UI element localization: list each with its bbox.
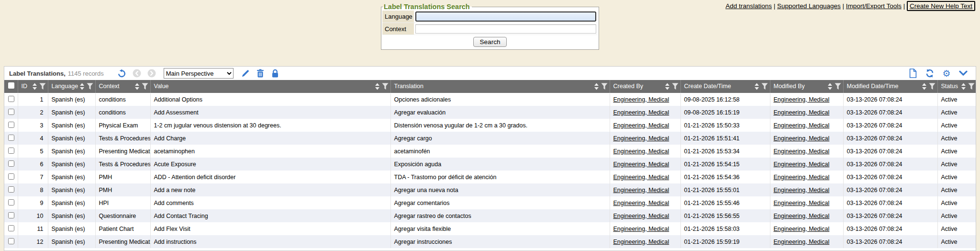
sort-icon[interactable] [32, 83, 37, 90]
filter-icon[interactable] [835, 83, 841, 90]
created-by-link[interactable]: Engineering, Medical [613, 161, 669, 168]
nav-link-add-translations[interactable]: Add translations [725, 2, 772, 10]
created-by-link[interactable]: Engineering, Medical [613, 226, 669, 232]
sort-icon[interactable] [827, 83, 833, 90]
column-header-translation[interactable]: Translation [390, 80, 610, 93]
row-checkbox[interactable] [8, 225, 14, 231]
modified-by-link[interactable]: Engineering, Medical [774, 226, 830, 232]
column-header-language[interactable]: Language [48, 80, 95, 93]
delete-trash-icon[interactable] [256, 68, 265, 78]
modified-by-link[interactable]: Engineering, Medical [774, 135, 830, 142]
column-header-status[interactable]: Status [937, 80, 976, 93]
column-header-create-date-time[interactable]: Create Date/Time [680, 80, 770, 93]
table-row[interactable]: 2 Spanish (es) conditions Add Assessment… [4, 106, 976, 119]
row-checkbox[interactable] [8, 148, 14, 154]
modified-by-link[interactable]: Engineering, Medical [774, 239, 830, 245]
row-checkbox[interactable] [8, 186, 14, 193]
context-input[interactable] [415, 24, 596, 34]
collapse-chevron-icon[interactable] [958, 68, 968, 78]
filter-icon[interactable] [87, 83, 93, 90]
row-checkbox[interactable] [8, 135, 14, 141]
created-by-link[interactable]: Engineering, Medical [613, 96, 669, 103]
filter-icon[interactable] [39, 83, 46, 90]
undo-icon[interactable] [117, 68, 127, 78]
column-header-value[interactable]: Value [150, 80, 390, 93]
perspective-select[interactable]: Main Perspective [164, 68, 234, 79]
row-checkbox[interactable] [8, 122, 14, 128]
table-row[interactable]: 3 Spanish (es) Physical Exam 1-2 cm jugu… [4, 119, 976, 132]
search-form-title: Label Translations Search [383, 3, 472, 11]
filter-icon[interactable] [968, 83, 975, 90]
sort-icon[interactable] [134, 83, 140, 90]
row-checkbox[interactable] [8, 238, 14, 244]
column-header-created-by[interactable]: Created By [610, 80, 680, 93]
select-all-checkbox[interactable] [4, 80, 18, 93]
edit-pencil-icon[interactable] [241, 68, 250, 78]
row-checkbox[interactable] [8, 173, 14, 180]
refresh-icon[interactable] [925, 68, 935, 78]
table-row[interactable]: 6 Spanish (es) Tests & Procedures Acute … [4, 158, 976, 171]
row-checkbox[interactable] [8, 212, 14, 218]
settings-gear-icon[interactable]: ⚙ [942, 68, 951, 78]
language-input[interactable] [415, 11, 596, 22]
sort-icon[interactable] [922, 83, 927, 90]
sort-icon[interactable] [665, 83, 670, 90]
modified-by-link[interactable]: Engineering, Medical [774, 109, 830, 116]
table-row[interactable]: 5 Spanish (es) Presenting Medications ac… [4, 145, 976, 158]
lock-icon[interactable] [270, 68, 280, 78]
modified-by-link[interactable]: Engineering, Medical [774, 148, 830, 155]
modified-by-link[interactable]: Engineering, Medical [774, 122, 830, 129]
cell-translation: Agregar una nueva nota [390, 183, 610, 196]
sort-icon[interactable] [594, 83, 599, 90]
row-checkbox[interactable] [8, 160, 14, 167]
row-checkbox[interactable] [8, 96, 14, 102]
row-checkbox[interactable] [8, 199, 14, 205]
column-header-modified-date-time[interactable]: Modified Date/Time [843, 80, 937, 93]
filter-icon[interactable] [601, 83, 608, 90]
sort-icon[interactable] [754, 83, 759, 90]
sort-icon[interactable] [961, 83, 966, 90]
sort-icon[interactable] [375, 83, 380, 90]
filter-icon[interactable] [929, 83, 935, 90]
row-checkbox[interactable] [8, 109, 14, 115]
cell-status: Active [937, 158, 976, 171]
created-by-link[interactable]: Engineering, Medical [613, 135, 669, 142]
nav-link-import-export-tools[interactable]: Import/Export Tools [846, 2, 902, 10]
sort-icon[interactable] [79, 83, 85, 90]
modified-by-link[interactable]: Engineering, Medical [774, 174, 830, 181]
back-icon[interactable] [132, 68, 142, 78]
filter-icon[interactable] [672, 83, 679, 90]
table-row[interactable]: 9 Spanish (es) HPI Add comments Agregar … [4, 196, 976, 209]
search-button[interactable]: Search [473, 37, 507, 47]
created-by-link[interactable]: Engineering, Medical [613, 200, 669, 206]
nav-link-supported-languages[interactable]: Supported Languages [777, 2, 841, 10]
table-row[interactable]: 8 Spanish (es) PMH Add a new note Agrega… [4, 183, 976, 196]
nav-link-create-new-help-text[interactable]: Create New Help Text [907, 1, 975, 11]
table-row[interactable]: 1 Spanish (es) conditions Additional Opt… [4, 93, 976, 106]
created-by-link[interactable]: Engineering, Medical [613, 239, 669, 245]
forward-icon[interactable] [147, 68, 156, 78]
column-header-id[interactable]: ID [18, 80, 48, 93]
modified-by-link[interactable]: Engineering, Medical [774, 161, 830, 168]
created-by-link[interactable]: Engineering, Medical [613, 213, 669, 219]
column-header-modified-by[interactable]: Modified By [770, 80, 843, 93]
created-by-link[interactable]: Engineering, Medical [613, 109, 669, 116]
modified-by-link[interactable]: Engineering, Medical [774, 213, 830, 219]
column-header-context[interactable]: Context [95, 80, 150, 93]
created-by-link[interactable]: Engineering, Medical [613, 122, 669, 129]
table-row[interactable]: 7 Spanish (es) PMH ADD - Attention defic… [4, 171, 976, 183]
created-by-link[interactable]: Engineering, Medical [613, 174, 669, 181]
table-row[interactable]: 12 Spanish (es) Presenting Medications A… [4, 235, 976, 248]
table-row[interactable]: 4 Spanish (es) Tests & Procedures Add Ch… [4, 132, 976, 145]
modified-by-link[interactable]: Engineering, Medical [774, 96, 830, 103]
modified-by-link[interactable]: Engineering, Medical [774, 187, 830, 194]
modified-by-link[interactable]: Engineering, Medical [774, 200, 830, 206]
created-by-link[interactable]: Engineering, Medical [613, 148, 669, 155]
filter-icon[interactable] [761, 83, 768, 90]
new-document-icon[interactable] [908, 68, 918, 78]
created-by-link[interactable]: Engineering, Medical [613, 187, 669, 194]
filter-icon[interactable] [382, 83, 389, 90]
filter-icon[interactable] [142, 83, 148, 90]
table-row[interactable]: 10 Spanish (es) Questionnaire Add Contac… [4, 209, 976, 222]
table-row[interactable]: 11 Spanish (es) Patient Chart Add Flex V… [4, 222, 976, 235]
